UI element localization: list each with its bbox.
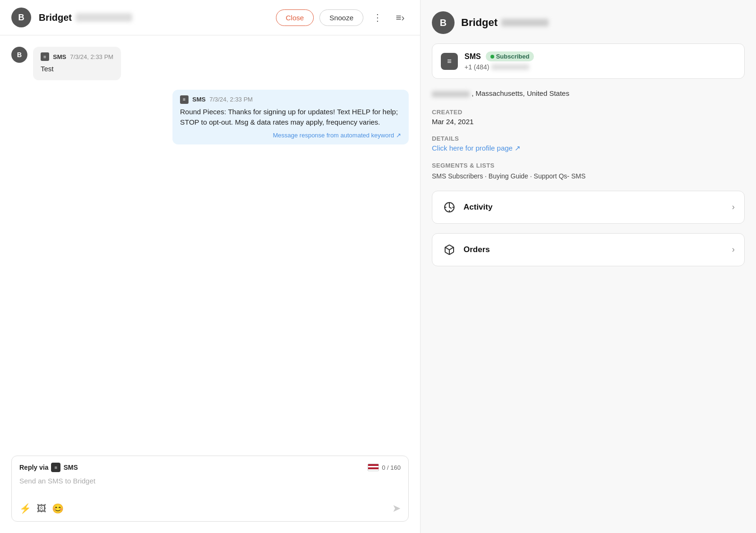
message-header: ≡ SMS 7/3/24, 2:33 PM [41,52,113,61]
send-button[interactable]: ➤ [392,502,401,515]
char-count: 0 / 160 [368,464,401,471]
location-city-redacted [432,91,470,97]
message-avatar: B [11,47,27,63]
right-panel: B Bridget ≡ SMS Subscribed +1 (484) , Ma… [421,0,756,533]
message-text: Test [41,64,113,75]
send-arrow-icon: ➤ [392,502,401,515]
emoji-icon[interactable]: 😊 [52,503,64,514]
sms-label: SMS [464,52,481,61]
more-options-button[interactable]: ⋮ [369,9,386,26]
reply-sms-icon: ≡ [51,463,60,472]
char-count-value: 0 / 160 [382,464,401,471]
reply-via-left: Reply via ≡ SMS [19,463,78,472]
orders-card[interactable]: Orders › [432,233,745,266]
message-channel-out: SMS [192,96,206,103]
right-contact-name: Bridget [461,17,549,29]
sms-phone-number: +1 (484) [464,63,534,71]
messages-area: B ≡ SMS 7/3/24, 2:33 PM Test ≡ SMS 7/3/2… [0,35,420,448]
message-timestamp: 7/3/24, 2:33 PM [70,53,113,60]
menu-button[interactable]: ≡› [392,9,409,26]
details-section: Details Click here for profile page ↗ [432,135,745,152]
image-icon[interactable]: 🖼 [37,503,46,514]
reply-via-label: Reply via [19,464,48,471]
activity-card[interactable]: Activity › [432,191,745,224]
reply-channel-label: SMS [63,464,77,471]
automated-keyword-link[interactable]: Message response from automated keyword … [180,132,401,139]
details-label: Details [432,135,745,142]
contact-name: Bridget [39,12,132,23]
sms-card-top: SMS Subscribed [464,51,534,61]
created-label: Created [432,109,745,116]
menu-icon: ≡› [396,12,404,23]
sms-card-icon: ≡ [441,53,458,70]
created-section: Created Mar 24, 2021 [432,109,745,126]
snooze-button[interactable]: Snooze [319,9,363,26]
reply-toolbar: ⚡ 🖼 😊 ➤ [19,502,401,515]
orders-chevron-icon: › [732,245,735,254]
message-bubble-inbound: ≡ SMS 7/3/24, 2:33 PM Test [33,47,121,80]
lightning-icon[interactable]: ⚡ [19,503,31,514]
sms-channel-icon: ≡ [41,52,49,61]
message-footer: Message response from automated keyword … [180,132,401,139]
sms-channel-icon-out: ≡ [180,95,189,104]
segments-label: Segments & lists [432,162,745,169]
contact-location: , Massachusetts, United States [432,88,745,99]
external-link-icon: ↗ [396,132,401,139]
message-row: B ≡ SMS 7/3/24, 2:33 PM Test [11,47,409,80]
message-text-out: Round Pieces: Thanks for signing up for … [180,107,401,128]
profile-page-link[interactable]: Click here for profile page ↗ [432,144,745,152]
activity-chevron-icon: › [732,202,735,212]
header-actions: Close Snooze ⋮ ≡› [276,9,409,26]
activity-card-left: Activity [442,200,492,215]
orders-icon [442,242,457,257]
activity-icon [442,200,457,215]
segments-value: SMS Subscribers · Buying Guide · Support… [432,171,745,181]
flag-icon [368,464,379,471]
reply-box: Reply via ≡ SMS 0 / 160 ⚡ 🖼 😊 ➤ [11,456,409,522]
message-channel: SMS [53,53,66,60]
close-button[interactable]: Close [276,9,314,26]
message-row-outbound: ≡ SMS 7/3/24, 2:33 PM Round Pieces: Than… [11,90,409,144]
reply-via-row: Reply via ≡ SMS 0 / 160 [19,463,401,472]
reply-input[interactable] [19,477,401,496]
more-dots-icon: ⋮ [373,12,382,23]
created-value: Mar 24, 2021 [432,118,745,126]
orders-card-left: Orders [442,242,490,257]
segments-section: Segments & lists SMS Subscribers · Buyin… [432,162,745,181]
right-header: B Bridget [432,11,745,34]
sms-card-info: SMS Subscribed +1 (484) [464,51,534,71]
sms-channel-card: ≡ SMS Subscribed +1 (484) [432,43,745,79]
right-avatar: B [432,11,455,34]
avatar: B [11,8,31,27]
message-header-outbound: ≡ SMS 7/3/24, 2:33 PM [180,95,401,104]
message-bubble-outbound: ≡ SMS 7/3/24, 2:33 PM Round Pieces: Than… [172,90,409,144]
message-timestamp-out: 7/3/24, 2:33 PM [209,96,253,103]
left-panel: B Bridget Close Snooze ⋮ ≡› B ≡ SMS 7/ [0,0,421,533]
name-redacted [76,13,132,22]
subscribed-dot [490,55,494,59]
phone-redacted [491,64,529,70]
activity-label: Activity [464,203,492,212]
conversation-header: B Bridget Close Snooze ⋮ ≡› [0,0,420,35]
orders-label: Orders [464,245,490,254]
right-name-redacted [501,19,549,26]
external-link-icon: ↗ [515,144,521,152]
reply-box-container: Reply via ≡ SMS 0 / 160 ⚡ 🖼 😊 ➤ [0,448,420,533]
subscribed-badge: Subscribed [486,51,534,61]
